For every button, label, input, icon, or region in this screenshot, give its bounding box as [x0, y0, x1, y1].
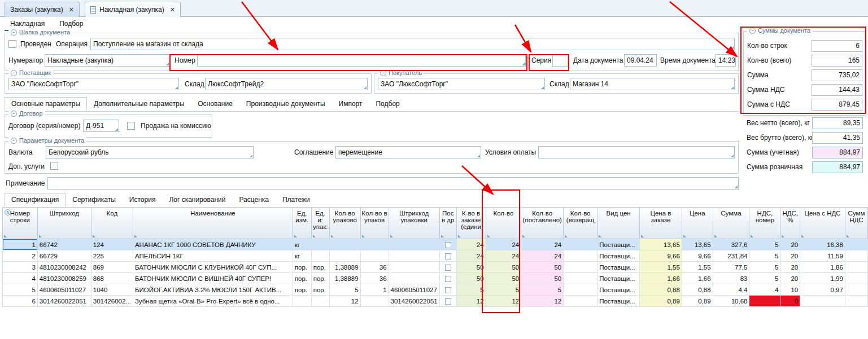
- sum-value[interactable]: 165: [812, 55, 862, 67]
- cell-vat_pct[interactable]: 0: [780, 296, 800, 307]
- cell-price[interactable]: 0,88: [682, 284, 713, 296]
- extra-services-checkbox[interactable]: [50, 162, 58, 170]
- cell-pos[interactable]: [439, 262, 456, 273]
- collapse-icon[interactable]: −: [749, 28, 756, 34]
- cell-pos[interactable]: [439, 239, 456, 250]
- sum-value[interactable]: 6: [812, 40, 862, 52]
- cell-vat_num[interactable]: 4: [749, 284, 780, 296]
- cell-price[interactable]: 1,55: [682, 262, 713, 273]
- col-header-order_price[interactable]: Цена в заказе: [640, 208, 682, 239]
- number-field[interactable]: [197, 54, 526, 67]
- cell-code[interactable]: 124: [91, 239, 133, 250]
- cell-price_vat[interactable]: [800, 296, 845, 307]
- collapse-icon[interactable]: −: [380, 70, 386, 76]
- col-header-sum_vat[interactable]: Сумм НДС: [845, 208, 867, 239]
- agreement-field[interactable]: перемещение: [335, 146, 481, 159]
- doc-date-field[interactable]: 09.04.24: [624, 54, 657, 67]
- tab-derived-documents[interactable]: Производные документы: [239, 97, 332, 111]
- cell-pack_qty[interactable]: [329, 250, 360, 262]
- cell-name[interactable]: БИОЙОГ.АКТИВИА 3.2% МЮСЛИ 150Г АКТИВ...: [133, 284, 293, 296]
- series-field[interactable]: [552, 54, 568, 67]
- cell-num[interactable]: 5: [3, 284, 38, 296]
- cell-qty[interactable]: 50: [486, 273, 521, 284]
- table-row[interactable]: 63014260022051301426002...Зубная щетка «…: [3, 296, 868, 307]
- cell-returned[interactable]: [564, 296, 597, 307]
- cell-barcode[interactable]: 3014260022051: [37, 296, 91, 307]
- table-row[interactable]: 34810230008242869БАТОНЧИК МЮСЛИ С КЛУБНИ…: [3, 262, 868, 273]
- cell-vat_num[interactable]: 5: [749, 250, 780, 262]
- cell-sum_vat[interactable]: [845, 284, 867, 296]
- col-header-barcode[interactable]: Штрихкод: [37, 208, 91, 239]
- col-header-delivered[interactable]: Кол-во (поставлено): [521, 208, 564, 239]
- cell-barcode[interactable]: 4600605011027: [37, 284, 91, 296]
- cell-unit_pack[interactable]: [311, 296, 329, 307]
- cell-qty_per_pack[interactable]: 1: [360, 284, 389, 296]
- cell-qty[interactable]: 50: [486, 262, 521, 273]
- cell-price[interactable]: 1,66: [682, 273, 713, 284]
- cell-unit[interactable]: [293, 296, 311, 307]
- tab-certificates[interactable]: Сертификаты: [66, 193, 123, 207]
- cell-pack_barcode[interactable]: [389, 262, 439, 273]
- row-checkbox[interactable]: [445, 287, 451, 293]
- table-row[interactable]: 266729225АПЕЛЬСИН 1КГкг242424Поставщи...…: [3, 250, 868, 262]
- cell-pack_qty[interactable]: [329, 239, 360, 250]
- cell-vat_pct[interactable]: 20: [780, 262, 800, 273]
- cell-delivered[interactable]: 5: [521, 284, 564, 296]
- cell-num[interactable]: 1: [3, 239, 38, 250]
- cell-ordered[interactable]: 5: [456, 284, 486, 296]
- tab-basis[interactable]: Основание: [191, 97, 239, 111]
- cell-order_price[interactable]: 1,55: [640, 262, 682, 273]
- tab-additional-params[interactable]: Дополнительные параметры: [87, 97, 191, 111]
- buyer-warehouse-field[interactable]: Магазин 14: [570, 78, 735, 90]
- cell-qty[interactable]: 12: [486, 296, 521, 307]
- cell-delivered[interactable]: 50: [521, 262, 564, 273]
- collapse-icon[interactable]: −: [11, 70, 17, 76]
- cell-order_price[interactable]: 0,89: [640, 296, 682, 307]
- table-row[interactable]: 166742124АНАНАС 1КГ 1000 СОВЕТОВ ДАЧНИКУ…: [3, 239, 868, 250]
- cell-code[interactable]: 869: [91, 262, 133, 273]
- cell-unit[interactable]: кг: [293, 239, 311, 250]
- sort-ascending-icon[interactable]: ∧: [5, 209, 11, 215]
- cell-code[interactable]: 225: [91, 250, 133, 262]
- cell-pack_qty[interactable]: 12: [329, 296, 360, 307]
- tab-scan-log[interactable]: Лог сканирований: [162, 193, 232, 207]
- table-row[interactable]: 546006050110271040БИОЙОГ.АКТИВИА 3.2% МЮ…: [3, 284, 868, 296]
- cell-returned[interactable]: [564, 239, 597, 250]
- cell-ordered[interactable]: 24: [456, 250, 486, 262]
- cell-barcode[interactable]: 66742: [37, 239, 91, 250]
- cell-sum[interactable]: 231,84: [713, 250, 749, 262]
- cell-qty_per_pack[interactable]: 36: [360, 273, 389, 284]
- cell-ordered[interactable]: 50: [456, 262, 486, 273]
- close-icon[interactable]: ✕: [69, 6, 74, 14]
- cell-vat_pct[interactable]: 20: [780, 273, 800, 284]
- sum-value[interactable]: 879,45: [812, 99, 862, 111]
- col-header-sum[interactable]: Сумма: [713, 208, 749, 239]
- row-checkbox[interactable]: [445, 276, 451, 282]
- cell-price[interactable]: 9,66: [682, 250, 713, 262]
- cell-vat_num[interactable]: 5: [749, 239, 780, 250]
- cell-unit[interactable]: пор.: [293, 284, 311, 296]
- cell-returned[interactable]: [564, 284, 597, 296]
- sum-value[interactable]: 884,97: [812, 161, 863, 173]
- col-header-price_type[interactable]: Вид цен: [597, 208, 640, 239]
- tab-history[interactable]: История: [123, 193, 163, 207]
- cell-num[interactable]: 4: [3, 273, 38, 284]
- cell-ordered[interactable]: 12: [456, 296, 486, 307]
- cell-ordered[interactable]: 24: [456, 239, 486, 250]
- contract-number-field[interactable]: Д-951: [83, 120, 119, 132]
- cell-unit_pack[interactable]: [311, 239, 329, 250]
- supplier-warehouse-field[interactable]: ЛюксСофтТрейд2: [205, 78, 368, 90]
- cell-order_price[interactable]: 13,65: [640, 239, 682, 250]
- doc-time-field[interactable]: 14:23: [716, 54, 736, 67]
- cell-code[interactable]: 301426002...: [91, 296, 133, 307]
- cell-vat_num[interactable]: 5: [749, 273, 780, 284]
- cell-returned[interactable]: [564, 273, 597, 284]
- cell-unit[interactable]: пор.: [293, 262, 311, 273]
- col-header-unit_pack[interactable]: Ед. и: упак:: [311, 208, 329, 239]
- cell-vat_pct[interactable]: 10: [780, 284, 800, 296]
- row-checkbox[interactable]: [445, 265, 451, 271]
- cell-pack_qty[interactable]: 5: [329, 284, 360, 296]
- col-header-returned[interactable]: Кол-во (возвращ: [564, 208, 597, 239]
- tab-invoice-purchase[interactable]: Накладная (закупка) ✕: [85, 2, 181, 17]
- col-header-vat_pct[interactable]: НДС, %: [780, 208, 800, 239]
